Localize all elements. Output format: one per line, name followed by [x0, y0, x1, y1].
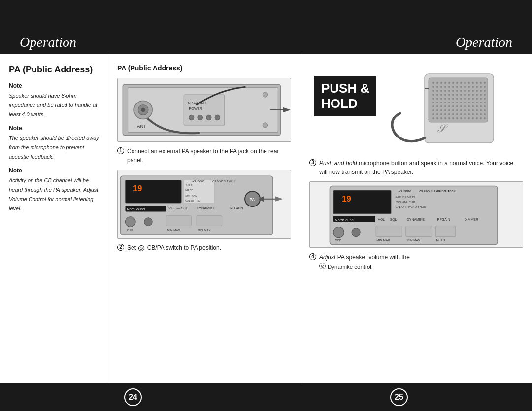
svg-point-145 [436, 109, 438, 111]
svg-point-88 [432, 94, 434, 96]
svg-point-125 [468, 102, 470, 103]
svg-point-11 [206, 115, 211, 120]
svg-point-121 [452, 102, 454, 103]
svg-point-116 [432, 102, 434, 103]
svg-point-134 [448, 105, 450, 107]
svg-point-175 [444, 117, 446, 119]
svg-point-54 [464, 82, 466, 84]
svg-point-143 [484, 105, 486, 107]
svg-text:19: 19 [342, 194, 351, 204]
svg-text:RFGAIN: RFGAIN [437, 218, 450, 221]
svg-point-153 [468, 109, 470, 111]
svg-point-135 [452, 105, 454, 107]
svg-point-141 [476, 105, 478, 107]
svg-point-129 [484, 102, 486, 103]
svg-point-122 [456, 102, 458, 103]
svg-point-81 [460, 90, 462, 92]
svg-text:VOL — SQL: VOL — SQL [378, 218, 397, 222]
svg-point-71 [476, 86, 478, 88]
svg-point-77 [444, 90, 446, 92]
svg-rect-45 [429, 78, 488, 122]
svg-text:SWP    ANL              CHR: SWP ANL CHR [395, 201, 415, 204]
dynamike-icon: ⊙ [319, 263, 326, 269]
svg-point-60 [432, 86, 434, 88]
svg-text:NB  CB: NB CB [185, 189, 193, 192]
svg-point-4 [141, 108, 145, 112]
svg-point-120 [448, 102, 450, 103]
svg-point-164 [456, 113, 458, 115]
svg-point-168 [472, 113, 474, 115]
note-label-2: Note [9, 125, 99, 132]
microphone-svg: 𝒮 [375, 64, 523, 153]
svg-point-55 [468, 82, 470, 84]
svg-point-10 [198, 115, 202, 120]
svg-point-150 [456, 109, 458, 111]
svg-point-127 [476, 102, 478, 103]
svg-point-156 [480, 109, 482, 111]
page-number-right: 25 [390, 388, 408, 406]
cb-pa-icon: ⊙ [138, 245, 144, 251]
svg-point-123 [460, 102, 462, 103]
svg-point-34 [144, 218, 153, 226]
svg-text:𝒮.Cobra: 𝒮.Cobra [398, 189, 411, 193]
svg-point-131 [436, 105, 438, 107]
svg-point-113 [476, 98, 478, 100]
svg-point-130 [432, 105, 434, 107]
svg-point-51 [452, 82, 454, 84]
note-block-2: Note The speaker should be directed away… [9, 125, 99, 161]
svg-point-118 [440, 102, 442, 103]
svg-point-91 [444, 94, 446, 96]
svg-point-61 [436, 86, 438, 88]
svg-point-147 [444, 109, 446, 111]
svg-point-49 [444, 82, 446, 84]
svg-text:MIN    MAX: MIN MAX [376, 239, 390, 242]
svg-point-69 [468, 86, 470, 88]
svg-point-106 [448, 98, 450, 100]
mic-container: PUSH & HOLD [309, 64, 523, 153]
svg-point-154 [472, 109, 474, 111]
rear-panel-svg: ANT SP EXT.SP. POWER [118, 78, 291, 141]
svg-point-172 [432, 117, 434, 119]
rear-panel-diagram: ANT SP EXT.SP. POWER [117, 78, 291, 142]
svg-point-110 [464, 98, 466, 100]
svg-text:S/RF     NB    CB    HI: S/RF NB CB HI [395, 195, 415, 198]
svg-point-146 [440, 109, 442, 111]
svg-point-108 [456, 98, 458, 100]
note-label-1: Note [9, 82, 99, 89]
svg-point-97 [468, 94, 470, 96]
svg-point-140 [472, 105, 474, 107]
svg-point-74 [432, 90, 434, 92]
svg-point-119 [444, 102, 446, 103]
svg-point-33 [125, 217, 135, 227]
svg-point-117 [436, 102, 438, 103]
step-3: 3 Push and hold microphone button and sp… [309, 159, 523, 176]
svg-point-9 [189, 115, 194, 120]
svg-point-166 [464, 113, 466, 115]
page-left-container: 24 [13, 388, 253, 406]
push-hold-box: PUSH & HOLD [314, 76, 376, 116]
svg-point-94 [456, 94, 458, 96]
mid-column: PA (Public Address) ANT SP EXT.SP. POWER [108, 54, 300, 383]
svg-point-162 [448, 113, 450, 115]
svg-point-184 [480, 117, 482, 119]
svg-point-159 [436, 113, 438, 115]
page-number-left: 24 [124, 388, 142, 406]
svg-point-144 [432, 109, 434, 111]
svg-text:OFF: OFF [127, 228, 133, 232]
svg-text:DYNAMIKE: DYNAMIKE [197, 206, 215, 210]
svg-point-138 [464, 105, 466, 107]
svg-point-173 [436, 117, 438, 119]
step-4: 4 Adjust PA speaker volume with the ⊙ Dy… [309, 253, 523, 271]
note-block-1: Note Speaker should have 8-ohm impedance… [9, 82, 99, 119]
svg-point-64 [448, 86, 450, 88]
note-text-3: Activity on the CB channel will be heard… [9, 177, 98, 211]
svg-point-90 [440, 94, 442, 96]
svg-point-185 [484, 117, 486, 119]
svg-point-115 [484, 98, 486, 100]
svg-point-63 [444, 86, 446, 88]
operation-title-left: Operation [10, 31, 86, 54]
svg-point-114 [480, 98, 482, 100]
step-2-text: Set ⊙ CB/PA switch to PA position. [127, 243, 221, 252]
svg-point-93 [452, 94, 454, 96]
note-text-1: Speaker should have 8-ohm impedance and … [9, 93, 97, 117]
